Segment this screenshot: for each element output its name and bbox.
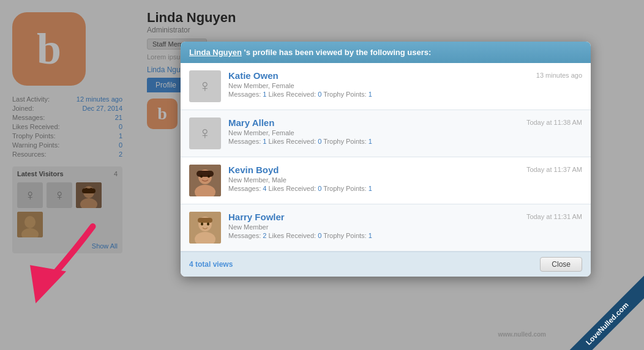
svg-point-20: [207, 223, 209, 226]
viewer-avatar-mary[interactable]: ♀: [189, 117, 221, 149]
lovenulled-badge: LoveNulled.com: [546, 252, 644, 350]
profile-viewers-modal: Linda Nguyen 's profile has been viewed …: [181, 42, 591, 277]
viewer-stats-kevin: Messages: 4 Likes Received: 0 Trophy Poi…: [228, 185, 520, 192]
modal-header-link[interactable]: Linda Nguyen: [189, 48, 242, 57]
viewer-name-kevin[interactable]: Kevin Boyd: [228, 165, 520, 175]
svg-point-14: [208, 175, 210, 178]
total-views: 4 total views: [189, 260, 233, 269]
viewer-avatar-katie[interactable]: ♀: [189, 70, 221, 102]
viewer-time-kevin: Today at 11:37 AM: [526, 165, 582, 173]
modal-header-text: 's profile has been viewed by the follow…: [244, 48, 432, 57]
modal-header: Linda Nguyen 's profile has been viewed …: [181, 42, 591, 63]
viewer-stats-harry: Messages: 2 Likes Received: 0 Trophy Poi…: [228, 232, 520, 239]
viewer-meta-katie: New Member, Female: [228, 82, 530, 89]
viewer-info-mary: Mary Allen New Member, Female Messages: …: [228, 117, 520, 145]
viewer-item-kevin: Kevin Boyd New Member, Male Messages: 4 …: [181, 157, 591, 204]
modal-footer: 4 total views Close: [181, 251, 591, 277]
modal-body: ♀ Katie Owen New Member, Female Messages…: [181, 63, 591, 251]
svg-point-19: [201, 223, 203, 226]
viewer-meta-kevin: New Member, Male: [228, 176, 520, 184]
svg-rect-18: [198, 218, 212, 223]
viewer-name-mary[interactable]: Mary Allen: [228, 117, 520, 128]
viewer-name-katie[interactable]: Katie Owen: [228, 70, 530, 81]
viewer-info-harry: Harry Fowler New Member Messages: 2 Like…: [228, 212, 520, 239]
viewer-item-katie: ♀ Katie Owen New Member, Female Messages…: [181, 63, 591, 110]
watermark-url: www.nulled.com: [498, 331, 546, 338]
lovenulled-text: LoveNulled.com: [558, 275, 644, 350]
viewer-info-katie: Katie Owen New Member, Female Messages: …: [228, 70, 530, 98]
viewer-stats-katie: Messages: 1 Likes Received: 0 Trophy Poi…: [228, 91, 530, 98]
viewer-stats-mary: Messages: 1 Likes Received: 0 Trophy Poi…: [228, 138, 520, 145]
svg-rect-12: [197, 171, 214, 177]
viewer-item-mary: ♀ Mary Allen New Member, Female Messages…: [181, 110, 591, 157]
viewer-info-kevin: Kevin Boyd New Member, Male Messages: 4 …: [228, 165, 520, 192]
viewer-meta-harry: New Member: [228, 223, 520, 231]
viewer-meta-mary: New Member, Female: [228, 129, 520, 136]
viewer-name-harry[interactable]: Harry Fowler: [228, 212, 520, 222]
viewer-time-mary: Today at 11:38 AM: [526, 117, 582, 126]
viewer-time-katie: 13 minutes ago: [536, 70, 582, 79]
svg-point-13: [200, 175, 203, 178]
viewer-time-harry: Today at 11:31 AM: [526, 212, 582, 220]
viewer-avatar-kevin[interactable]: [189, 165, 221, 196]
viewer-item-harry: Harry Fowler New Member Messages: 2 Like…: [181, 204, 591, 251]
viewer-avatar-harry[interactable]: [189, 212, 221, 244]
